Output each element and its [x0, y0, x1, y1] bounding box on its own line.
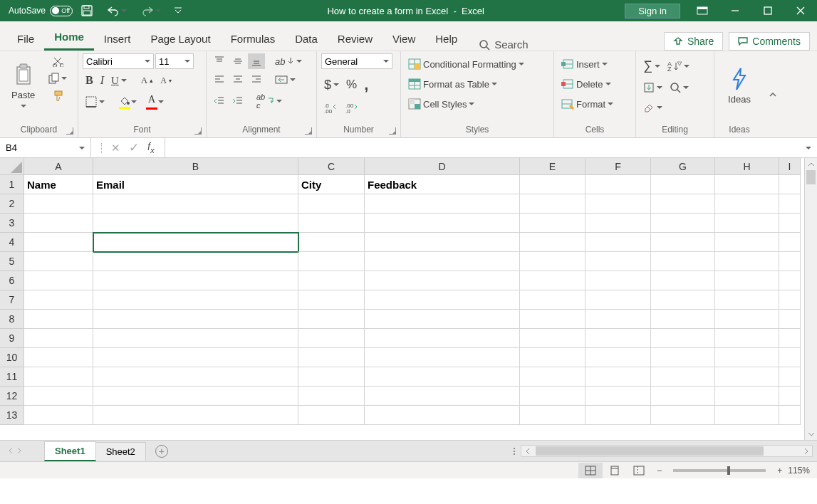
column-header[interactable]: B — [93, 158, 298, 175]
percent-format-button[interactable]: % — [343, 75, 360, 94]
cell[interactable] — [298, 214, 365, 233]
format-cells-button[interactable]: Format — [558, 96, 616, 112]
accounting-format-button[interactable]: $ — [321, 75, 342, 95]
cell[interactable] — [651, 214, 715, 233]
column-header[interactable]: A — [24, 158, 93, 175]
wrap-text-button[interactable]: abc — [254, 90, 285, 112]
cell[interactable] — [24, 329, 93, 348]
scroll-left-button[interactable] — [521, 446, 534, 456]
cell[interactable] — [586, 348, 651, 367]
conditional-formatting-button[interactable]: Conditional Formatting — [405, 56, 527, 72]
underline-button[interactable]: U — [108, 73, 130, 89]
row-header[interactable]: 1 — [0, 175, 24, 194]
vertical-scroll-thumb[interactable] — [806, 170, 816, 184]
scroll-down-button[interactable] — [805, 428, 817, 440]
cell[interactable] — [365, 348, 520, 367]
tab-insert[interactable]: Insert — [94, 27, 141, 51]
number-format-select[interactable] — [321, 53, 392, 69]
cell[interactable] — [520, 271, 586, 290]
cell[interactable] — [651, 175, 715, 194]
cell[interactable] — [715, 329, 779, 348]
insert-function-button[interactable]: fx — [147, 141, 155, 154]
next-sheet-button[interactable] — [16, 445, 23, 458]
cell[interactable] — [586, 252, 651, 271]
cell[interactable]: Email — [93, 175, 298, 194]
cell[interactable] — [365, 310, 520, 329]
cell[interactable] — [93, 348, 298, 367]
column-header[interactable]: E — [520, 158, 586, 175]
tab-help[interactable]: Help — [425, 27, 467, 51]
normal-view-button[interactable] — [578, 463, 603, 478]
cell[interactable] — [651, 194, 715, 214]
cell[interactable]: City — [298, 175, 365, 194]
cell[interactable] — [24, 406, 93, 425]
cell[interactable] — [779, 252, 801, 271]
cell[interactable] — [715, 271, 779, 290]
cell[interactable] — [715, 387, 779, 406]
cell[interactable] — [715, 194, 779, 214]
cell[interactable] — [93, 367, 298, 387]
cell[interactable] — [93, 252, 298, 271]
decrease-font-button[interactable]: A▾ — [157, 73, 175, 88]
cell[interactable] — [779, 387, 801, 406]
tab-formulas[interactable]: Formulas — [221, 27, 286, 51]
horizontal-scrollbar[interactable] — [521, 445, 813, 457]
scroll-up-button[interactable] — [805, 158, 817, 170]
tab-page-layout[interactable]: Page Layout — [140, 27, 220, 51]
cell[interactable]: Name — [24, 175, 93, 194]
bottom-align-button[interactable] — [248, 53, 265, 69]
cell[interactable] — [24, 252, 93, 271]
row-header[interactable]: 8 — [0, 310, 24, 329]
middle-align-button[interactable] — [229, 53, 246, 69]
undo-button[interactable] — [101, 2, 131, 19]
cell[interactable] — [520, 175, 586, 194]
cell[interactable] — [298, 310, 365, 329]
cell[interactable] — [651, 233, 715, 252]
cell[interactable] — [586, 329, 651, 348]
cancel-formula-button[interactable]: ✕ — [111, 142, 120, 154]
cell[interactable] — [715, 290, 779, 310]
cell[interactable] — [715, 348, 779, 367]
minimize-button[interactable] — [719, 0, 751, 21]
clipboard-dialog-launcher[interactable] — [66, 127, 73, 135]
cell[interactable] — [586, 290, 651, 310]
cell[interactable] — [365, 194, 520, 214]
increase-decimal-button[interactable]: .0.00 — [321, 100, 341, 116]
cell[interactable] — [24, 214, 93, 233]
increase-font-button[interactable]: A▴ — [138, 73, 156, 88]
cell[interactable] — [298, 271, 365, 290]
font-size-select[interactable] — [155, 53, 194, 69]
cell[interactable] — [586, 387, 651, 406]
alignment-dialog-launcher[interactable] — [305, 127, 312, 135]
share-button[interactable]: Share — [664, 32, 723, 51]
autosum-button[interactable]: ∑ — [640, 56, 663, 75]
cell[interactable] — [365, 233, 520, 252]
cell[interactable] — [715, 252, 779, 271]
cell[interactable] — [24, 348, 93, 367]
cell[interactable] — [651, 290, 715, 310]
enter-formula-button[interactable]: ✓ — [129, 140, 139, 155]
tab-home[interactable]: Home — [44, 25, 94, 51]
cell[interactable] — [715, 233, 779, 252]
cell[interactable] — [651, 271, 715, 290]
format-as-table-button[interactable]: Format as Table — [405, 76, 500, 92]
cell[interactable] — [24, 387, 93, 406]
cell[interactable] — [93, 271, 298, 290]
cell[interactable] — [779, 290, 801, 310]
cell[interactable] — [93, 406, 298, 425]
cell[interactable] — [298, 367, 365, 387]
clear-button[interactable] — [640, 100, 665, 115]
cell[interactable] — [779, 367, 801, 387]
cell[interactable] — [24, 271, 93, 290]
cell[interactable] — [779, 348, 801, 367]
cell[interactable] — [93, 310, 298, 329]
tab-data[interactable]: Data — [285, 27, 328, 51]
cell[interactable] — [365, 406, 520, 425]
select-all-button[interactable] — [0, 158, 24, 175]
cell[interactable] — [520, 233, 586, 252]
zoom-in-button[interactable]: + — [777, 466, 782, 476]
cell[interactable] — [715, 175, 779, 194]
sort-filter-button[interactable]: AZ — [665, 58, 692, 74]
column-header[interactable]: F — [586, 158, 651, 175]
sheet-tab-sheet2[interactable]: Sheet2 — [95, 442, 146, 461]
